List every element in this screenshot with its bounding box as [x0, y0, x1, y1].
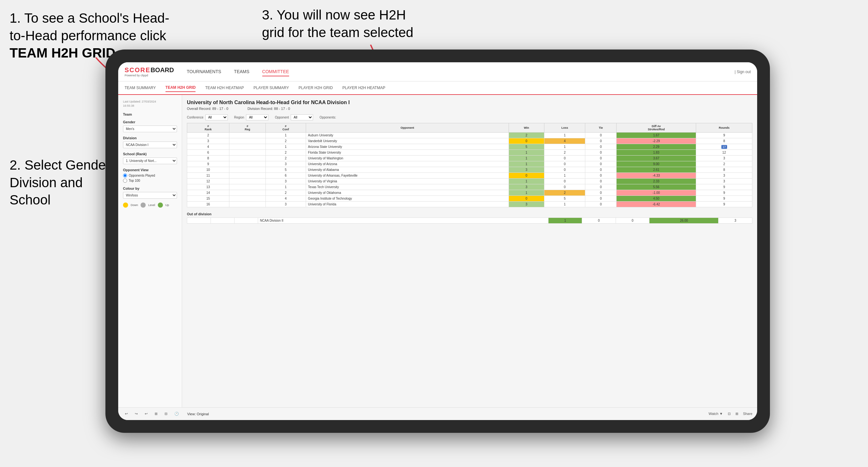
cell-diff: -4.33	[617, 173, 696, 179]
subnav-team-h2h-grid[interactable]: TEAM H2H GRID	[165, 84, 196, 92]
nav-links: TOURNAMENTS TEAMS COMMITTEE	[187, 67, 735, 76]
out-of-division-label: Out of division	[187, 212, 752, 216]
cell-rounds: 3	[696, 156, 752, 161]
cell-conf: 1	[266, 144, 306, 150]
toolbar-redo[interactable]: ↪	[133, 411, 140, 417]
cell-rank: 9	[187, 161, 229, 167]
conference-filter-select[interactable]: All	[206, 114, 228, 120]
top-100-option[interactable]: Top 100	[123, 179, 177, 183]
cell-reg	[229, 173, 266, 179]
filter-opponent: Opponent All	[275, 114, 313, 120]
toolbar-icon2[interactable]: ⊞	[736, 412, 738, 416]
toolbar-view-label: View: Original	[187, 412, 209, 416]
cell-rank: 12	[187, 179, 229, 184]
cell-rank: 15	[187, 196, 229, 201]
ood-rank	[187, 218, 211, 224]
region-filter-label: Region	[234, 116, 244, 119]
nav-tournaments[interactable]: TOURNAMENTS	[187, 67, 221, 76]
cell-tie: 0	[585, 184, 617, 190]
subnav-player-h2h-heatmap[interactable]: PLAYER H2H HEATMAP	[342, 84, 385, 92]
col-loss: Loss	[544, 123, 585, 132]
school-select[interactable]: 1. University of Nort...	[123, 157, 177, 164]
col-reg: #Reg	[229, 123, 266, 132]
grid-title: University of North Carolina Head-to-Hea…	[187, 100, 752, 105]
out-of-division-row: NCAA Division II 1 0 0 26.00 3	[187, 218, 752, 224]
cell-rounds: 17	[696, 144, 752, 150]
cell-opponent: Florida State University	[306, 150, 509, 156]
cell-diff: 3.67	[617, 156, 696, 161]
gender-select[interactable]: Men's	[123, 126, 177, 132]
cell-conf: 5	[266, 167, 306, 173]
cell-rank: 16	[187, 201, 229, 207]
ood-loss: 0	[582, 218, 616, 224]
toolbar-watch[interactable]: Watch ▼	[709, 412, 723, 416]
region-filter-select[interactable]: All	[246, 114, 268, 120]
cell-tie: 0	[585, 196, 617, 201]
toolbar-clock[interactable]: 🕐	[173, 411, 181, 417]
toolbar-copy[interactable]: ⊞	[153, 411, 159, 417]
toolbar-icon1[interactable]: ⊡	[728, 412, 731, 416]
toolbar-paste[interactable]: ⊟	[163, 411, 169, 417]
subnav-team-h2h-heatmap[interactable]: TEAM H2H HEATMAP	[205, 84, 244, 92]
opponents-played-option[interactable]: Opponents Played	[123, 174, 177, 178]
cell-tie: 0	[585, 167, 617, 173]
toolbar-undo[interactable]: ↩	[123, 411, 130, 417]
cell-conf: 3	[266, 179, 306, 184]
cell-loss: 2	[544, 190, 585, 196]
cell-diff: 1.67	[617, 132, 696, 138]
division-select[interactable]: NCAA Division I	[123, 142, 177, 148]
team-section: Team	[123, 113, 177, 116]
gender-label: Gender	[123, 120, 177, 124]
subnav-team-summary[interactable]: TEAM SUMMARY	[125, 84, 156, 92]
cell-rank: 13	[187, 184, 229, 190]
cell-loss: 1	[544, 173, 585, 179]
opponents-played-radio[interactable]	[123, 174, 127, 178]
annotation-tr-line1: 3. You will now see H2H	[262, 7, 406, 22]
cell-rounds: 9	[696, 132, 752, 138]
division-label: Division	[123, 136, 177, 140]
table-row: 8 2 University of Washington 1 0 0 3.67 …	[187, 156, 752, 161]
tablet-device: SCOREBOARD Powered by clippd TOURNAMENTS…	[105, 50, 770, 433]
opponent-filter-select[interactable]: All	[291, 114, 313, 120]
cell-conf: 2	[266, 156, 306, 161]
table-row: 9 3 University of Arizona 1 0 0 9.00 2	[187, 161, 752, 167]
subnav-player-summary[interactable]: PLAYER SUMMARY	[254, 84, 289, 92]
nav-committee[interactable]: COMMITTEE	[262, 67, 289, 76]
cell-reg	[229, 150, 266, 156]
cell-opponent: Vanderbilt University	[306, 138, 509, 144]
top-100-radio[interactable]	[123, 179, 127, 183]
cell-conf: 1	[266, 132, 306, 138]
subnav-player-h2h-grid[interactable]: PLAYER H2H GRID	[299, 84, 333, 92]
main-content: Last Updated: 27/03/2024 16:55:38 Team G…	[118, 95, 757, 407]
cell-reg	[229, 179, 266, 184]
cell-rounds: 9	[696, 196, 752, 201]
cell-reg	[229, 196, 266, 201]
cell-loss: 0	[544, 184, 585, 190]
cell-rounds: 3	[696, 173, 752, 179]
cell-conf: 6	[266, 173, 306, 179]
toolbar-back[interactable]: ↩	[143, 411, 150, 417]
toolbar-share[interactable]: Share	[743, 412, 752, 416]
annotation-l-line3: School	[9, 192, 51, 207]
cell-tie: 0	[585, 179, 617, 184]
cell-diff: -6.42	[617, 201, 696, 207]
table-header-row: #Rank #Reg #Conf Opponent Win Loss Tie D…	[187, 123, 752, 132]
cell-loss: 1	[544, 201, 585, 207]
ood-tie: 0	[616, 218, 649, 224]
table-row: 16 3 University of Florida 3 1 0 -6.42 9	[187, 201, 752, 207]
col-rounds: Rounds	[696, 123, 752, 132]
overall-record: Overall Record: 89 - 17 - 0	[187, 107, 228, 111]
cell-opponent: University of Virginia	[306, 179, 509, 184]
sign-out[interactable]: | Sign out	[735, 70, 751, 74]
legend-down-label: Down	[131, 204, 138, 207]
cell-loss: 0	[544, 156, 585, 161]
cell-diff: 2.29	[617, 144, 696, 150]
annotation-left: 2. Select Gender, Division and School	[9, 157, 114, 209]
colour-by-select[interactable]: Win/loss	[123, 192, 177, 199]
cell-tie: 0	[585, 201, 617, 207]
col-win: Win	[508, 123, 544, 132]
col-opponent: Opponent	[306, 123, 509, 132]
nav-teams[interactable]: TEAMS	[234, 67, 249, 76]
cell-reg	[229, 190, 266, 196]
records-row: Overall Record: 89 - 17 - 0 Division Rec…	[187, 107, 752, 111]
